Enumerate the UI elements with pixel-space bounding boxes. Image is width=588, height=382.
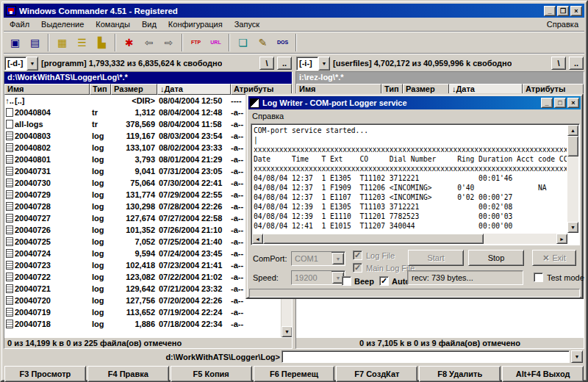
reread-source-icon[interactable]: ▣: [5, 33, 25, 52]
log-file-icon: [4, 248, 15, 259]
scroll-left-icon[interactable]: ◄: [252, 234, 263, 244]
speed-select: 19200 ▼: [291, 270, 345, 285]
left-drive-selector[interactable]: [-d-] ▼: [4, 57, 38, 71]
table-row[interactable]: 20040803 log 119,167 08/03/2004 23:54 -a…: [4, 130, 281, 142]
directory-tree-icon[interactable]: ▙: [92, 33, 112, 52]
table-row[interactable]: 20040727 log 127,674 07/27/2004 22:58 -a…: [4, 212, 281, 224]
dialog-title: Log Writer - COM-port Logger service: [262, 98, 541, 107]
ftp-url-icon[interactable]: URL: [206, 33, 226, 52]
dialog-minimize-button[interactable]: _: [541, 98, 553, 108]
ftp-connect-icon[interactable]: FTP: [186, 33, 206, 52]
log-file-icon: [4, 178, 15, 188]
table-row[interactable]: 20040728 log 130,298 07/28/2004 22:26 -a…: [4, 201, 281, 212]
column-header-size[interactable]: Размер: [111, 84, 157, 95]
table-row[interactable]: 20040719 log 113,652 07/19/2004 22:24 -a…: [4, 306, 281, 318]
beep-checkbox[interactable]: [342, 276, 351, 286]
stop-button[interactable]: Stop: [468, 250, 524, 266]
table-row[interactable]: ↑.. [..] <DIR> 08/04/2004 12:50 ----: [4, 95, 281, 107]
table-row[interactable]: 20040722 log 123,082 07/22/2004 21:02 -a…: [4, 271, 281, 283]
log-vertical-scrollbar[interactable]: ▲ ▼: [567, 125, 578, 233]
select-group-icon[interactable]: ✱: [119, 33, 139, 52]
log-horizontal-scrollbar[interactable]: ◄ ►: [252, 234, 567, 244]
dialog-close-button[interactable]: ×: [567, 98, 579, 108]
blank-file-icon: [4, 107, 15, 118]
right-up-button[interactable]: ..: [569, 57, 584, 70]
table-row[interactable]: 20040721 log 129,642 07/21/2004 23:32 -a…: [4, 283, 281, 295]
scroll-up-icon[interactable]: ▲: [567, 125, 578, 136]
table-row[interactable]: all-logs tr 378,569 08/04/2004 11:58 -a-…: [4, 118, 281, 130]
left-drive-value: [-d-]: [4, 57, 26, 71]
table-row[interactable]: 20040730 log 75,064 07/30/2004 22:41 -a-…: [4, 177, 281, 189]
dialog-titlebar[interactable]: Log Writer - COM-port Logger service _ □…: [248, 96, 581, 109]
autostart-checkbox[interactable]: [379, 276, 389, 286]
altf4-exit-button[interactable]: Alt+F4 Выход: [502, 366, 584, 382]
table-row[interactable]: 20040801 log 3,793 08/01/2004 21:29 -a--: [4, 154, 281, 165]
chevron-down-icon[interactable]: ▼: [26, 57, 38, 71]
menu-selection[interactable]: Выделение: [35, 20, 90, 29]
back-icon[interactable]: ⇦: [139, 33, 159, 52]
brief-view-icon[interactable]: ▦: [52, 33, 72, 52]
f5-copy-button[interactable]: F5 Копия: [171, 366, 252, 382]
f7-mkdir-button[interactable]: F7 СоздКат: [336, 366, 417, 382]
column-header-date[interactable]: ↓Дата: [157, 84, 231, 95]
minimize-button[interactable]: _: [544, 6, 556, 16]
menu-help[interactable]: Справка: [541, 20, 584, 29]
toolbar-separator: [182, 34, 183, 51]
close-button[interactable]: ×: [570, 6, 582, 16]
dialog-maximize-button[interactable]: □: [554, 98, 566, 108]
table-row[interactable]: 20040802 log 133,107 08/02/2004 23:33 -a…: [4, 142, 281, 154]
quick-view-icon[interactable]: ❏: [233, 33, 253, 52]
restore-button[interactable]: ❒: [557, 6, 569, 16]
right-root-button[interactable]: \: [551, 57, 566, 70]
file-type: log: [90, 261, 111, 270]
command-history-dropdown[interactable]: ▼: [571, 350, 583, 363]
table-row[interactable]: 20040731 log 9,041 07/31/2004 23:05 -a--: [4, 165, 281, 177]
toolbar-separator: [229, 34, 230, 51]
table-row[interactable]: 20040804 tr 1,312 08/04/2004 12:48 -a--: [4, 107, 281, 118]
scroll-thumb[interactable]: [263, 234, 484, 244]
menu-view[interactable]: Вид: [136, 20, 162, 29]
right-drive-selector[interactable]: [-i-] ▼: [296, 57, 330, 71]
command-input[interactable]: [282, 350, 570, 363]
scroll-down-icon[interactable]: ▼: [282, 326, 292, 337]
file-size: 101,352: [111, 226, 157, 234]
column-header-name[interactable]: Имя: [4, 84, 90, 95]
f4-edit-button[interactable]: F4 Правка: [87, 366, 169, 382]
right-path-bar[interactable]: i:\rez-log\*.*: [296, 72, 584, 84]
column-header-type[interactable]: Тип: [90, 84, 111, 95]
menu-commands[interactable]: Команды: [90, 20, 136, 29]
left-path-bar[interactable]: d:\WorkWithATS\Logger\Log\*.*: [4, 72, 292, 84]
table-row[interactable]: 20040723 log 102,418 07/23/2004 21:41 -a…: [4, 259, 281, 271]
menu-start[interactable]: Запуск: [229, 20, 265, 29]
scroll-thumb[interactable]: [567, 136, 578, 156]
test-mode-checkbox[interactable]: [534, 273, 543, 282]
f3-view-button[interactable]: F3 Просмотр: [4, 366, 86, 382]
notepad-edit-icon[interactable]: ✎: [253, 33, 273, 52]
menu-configuration[interactable]: Конфигурация: [162, 20, 229, 29]
table-row[interactable]: 20040729 log 131,774 07/29/2004 22:55 -a…: [4, 189, 281, 201]
table-row[interactable]: 20040720 log 127,756 07/20/2004 22:26 -a…: [4, 295, 281, 306]
scroll-down-icon[interactable]: ▼: [567, 222, 578, 233]
left-up-button[interactable]: ..: [277, 57, 292, 70]
f8-delete-button[interactable]: F8 Удалить: [419, 366, 501, 382]
dialog-menu-help[interactable]: Справка: [248, 110, 284, 122]
up-dir-icon: ↑..: [4, 96, 15, 106]
table-row[interactable]: 20040718 log 1,886 07/18/2004 22:34 -a--: [4, 318, 281, 330]
chevron-down-icon[interactable]: ▼: [318, 57, 330, 71]
menu-file[interactable]: Файл: [4, 20, 35, 29]
file-name: 20040721: [15, 284, 90, 293]
file-date: 07/22/2004 21:02: [157, 273, 231, 281]
scroll-right-icon[interactable]: ►: [556, 234, 567, 244]
table-row[interactable]: 20040724 log 9,594 07/24/2004 23:45 -a--: [4, 248, 281, 259]
table-row[interactable]: 20040725 log 7,052 07/25/2004 21:40 -a--: [4, 236, 281, 248]
file-name: 20040802: [15, 143, 90, 152]
f6-move-button[interactable]: F6 Перемещ: [254, 366, 335, 382]
table-row[interactable]: 20040726 log 101,352 07/26/2004 21:10 -a…: [4, 224, 281, 236]
forward-icon[interactable]: ⇨: [159, 33, 179, 52]
tree-view-icon[interactable]: ▤: [25, 33, 45, 52]
window-titlebar[interactable]: Windows Commander 4.51 - Registered _ ❒ …: [4, 4, 584, 18]
dos-icon[interactable]: DOS: [273, 33, 293, 52]
left-root-button[interactable]: \: [259, 57, 274, 70]
command-prompt: d:\WorkWithATS\Logger\Log>: [5, 353, 280, 361]
full-view-icon[interactable]: ☰: [72, 33, 92, 52]
